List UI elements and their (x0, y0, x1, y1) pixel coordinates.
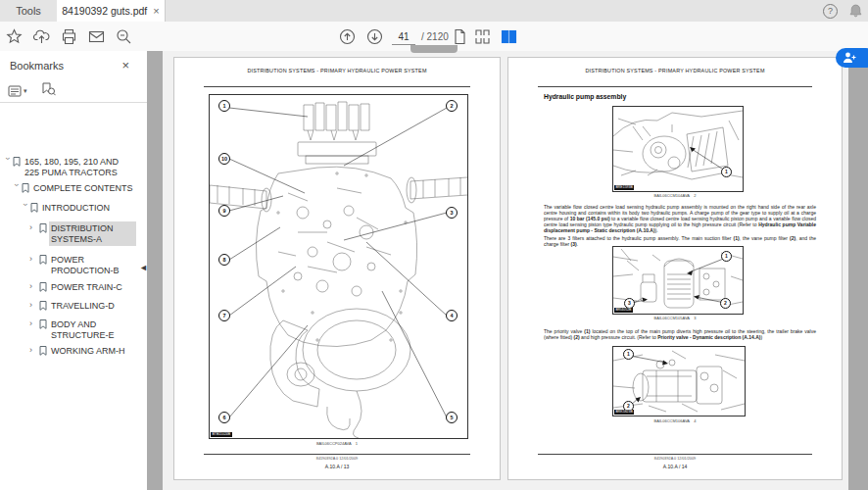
chevron-right-icon[interactable]: › (29, 254, 39, 265)
panel-divider (0, 102, 147, 103)
section-heading: Hydraulic pump assembly (544, 93, 626, 100)
axle-assembly-figure: 1 2 3 4 5 6 7 8 9 10 BTB11024B (209, 94, 468, 439)
find-current-bookmark-icon[interactable] (41, 82, 56, 100)
bookmark-options-icon[interactable]: ▾ (8, 85, 27, 97)
footer-doc-ref: 84190392A 0 12/01/2009 (508, 457, 842, 461)
bookmark-item-distribution-systems[interactable]: › DISTRIBUTION SYSTEMS-A (0, 223, 134, 244)
collapse-panel-icon[interactable]: ◄ (139, 263, 148, 272)
paragraph-pump-description: The variable flow closed centre load sen… (544, 205, 816, 234)
share-button[interactable] (836, 48, 868, 68)
bookmark-item-label: BODY AND STRUCTURE-E (51, 319, 134, 340)
chevron-right-icon[interactable]: › (29, 318, 39, 329)
scrolling-view-icon[interactable] (474, 28, 491, 45)
single-page-view-icon[interactable] (452, 28, 468, 45)
bookmark-icon (39, 301, 47, 311)
bookmark-item-complete-contents[interactable]: › COMPLETE CONTENTS (0, 183, 134, 194)
chevron-right-icon[interactable]: › (29, 345, 39, 356)
text: and high pressure circuit. (Refer to (580, 334, 657, 340)
figure-id-label: BRI4052B (614, 308, 633, 313)
bookmark-icon (39, 282, 47, 292)
callout-2: 2 (720, 298, 731, 309)
chevron-down-icon[interactable]: › (12, 183, 23, 193)
page-header: DISTRIBUTION SYSTEMS - PRIMARY HYDRAULIC… (174, 68, 500, 74)
header-rule (204, 86, 470, 87)
tab-bar: Tools 84190392 guts.pdf × ? (0, 0, 868, 23)
callout-7: 7 (218, 310, 230, 321)
bookmark-icon (30, 203, 38, 213)
text: , the vane pump filter (740, 235, 790, 241)
pdf-page-13: DISTRIBUTION SYSTEMS - PRIMARY HYDRAULIC… (173, 57, 501, 480)
bookmark-icon (39, 223, 47, 233)
bookmark-item-power-production[interactable]: › POWER PRODUCTION-B (0, 255, 134, 275)
figure-caption: BAIL06CCM104AVA 2 (508, 193, 842, 198)
vertical-scrollbar[interactable] (848, 51, 868, 490)
chevron-down-icon[interactable]: › (21, 203, 31, 213)
bookmark-item-travelling[interactable]: › TRAVELLING-D (0, 301, 134, 312)
print-icon[interactable] (61, 28, 77, 45)
callout-4: 4 (446, 310, 458, 321)
header-rule (538, 86, 812, 87)
callout-5: 5 (446, 412, 458, 423)
close-tab-icon[interactable]: × (153, 6, 159, 16)
bookmark-item-introduction[interactable]: › INTRODUCTION (0, 203, 134, 214)
callout-10: 10 (218, 153, 230, 165)
tab-document[interactable]: 84190392 guts.pdf × (57, 0, 166, 22)
save-to-cloud-icon[interactable] (33, 28, 50, 45)
footer-page-number: A.10.A / 13 (174, 464, 500, 469)
text: ). (655, 227, 658, 233)
bookmark-item-puma-tractors[interactable]: › 165, 180, 195, 210 AND 225 PUMA TRACTO… (0, 157, 134, 177)
chevron-right-icon[interactable]: › (29, 222, 39, 233)
callout-8: 8 (218, 254, 230, 266)
callout-1: 1 (218, 100, 230, 112)
page-count-label: / 2120 (421, 31, 449, 42)
bookmarks-panel-title: Bookmarks (10, 60, 64, 72)
tab-tools[interactable]: Tools (0, 0, 58, 22)
help-icon[interactable]: ? (823, 4, 838, 19)
tab-tools-label: Tools (16, 5, 41, 17)
bookmark-item-label: WORKING ARM-H (51, 346, 134, 357)
sidebar-resize-bar[interactable] (147, 51, 163, 490)
bookmark-item-power-train[interactable]: › POWER TRAIN-C (0, 282, 134, 293)
chevron-right-icon[interactable]: › (29, 300, 39, 311)
page-number-input[interactable] (392, 28, 415, 45)
footer-rule (204, 454, 470, 455)
bookmarks-panel: Bookmarks × ▾ › 165, 180, 195, 210 AND 2… (0, 51, 147, 490)
paragraph-priority-valve: The priority valve (1) located on the to… (544, 329, 816, 341)
figure-id-label: BRE1593B (614, 185, 634, 190)
figure-caption: BAIL06CCM105AVA 3 (508, 316, 842, 320)
toolbar-hide-handle[interactable] (410, 45, 458, 53)
bookmark-item-working-arm[interactable]: › WORKING ARM-H (0, 346, 134, 357)
tab-document-label: 84190392 guts.pdf (62, 5, 147, 17)
bookmark-icon (39, 255, 47, 265)
priority-valve-photo: 1 2 BRK5823B (612, 346, 746, 416)
chevron-right-icon[interactable]: › (29, 281, 39, 292)
bookmark-icon (13, 157, 21, 167)
bookmark-icon (39, 319, 47, 329)
previous-page-button[interactable] (339, 28, 356, 45)
add-person-icon (843, 51, 856, 65)
search-icon[interactable] (116, 28, 132, 45)
chevron-down-icon[interactable]: › (3, 157, 14, 167)
filters-photo: 1 2 3 BRI4052B (612, 246, 744, 315)
next-page-button[interactable] (366, 28, 383, 45)
bookmark-item-body-structure[interactable]: › BODY AND STRUCTURE-E (0, 319, 134, 340)
figure-id-label: BRK5823B (614, 410, 634, 415)
bell-icon[interactable] (849, 4, 862, 18)
bookmark-item-label: COMPLETE CONTENTS (33, 183, 134, 194)
page-header: DISTRIBUTION SYSTEMS - PRIMARY HYDRAULIC… (508, 68, 842, 74)
figure-caption: BAIL06CCM106AVA 4 (508, 418, 842, 423)
document-area: DISTRIBUTION SYSTEMS - PRIMARY HYDRAULIC… (163, 51, 868, 490)
bookmark-icon (39, 346, 47, 356)
two-page-view-icon[interactable] (501, 28, 517, 45)
bookmark-item-label: POWER TRAIN-C (51, 282, 134, 293)
footer-doc-ref: 84190392A 0 12/01/2009 (174, 457, 500, 461)
close-panel-icon[interactable]: × (121, 58, 129, 73)
callout-2: 2 (446, 100, 458, 112)
footer-page-number: A.10.A / 14 (508, 464, 842, 469)
text: ) (761, 334, 763, 340)
callout-1: 1 (721, 251, 732, 262)
bookmark-icon (22, 183, 29, 193)
bookmark-item-label: DISTRIBUTION SYSTEMS-A (51, 223, 134, 244)
email-icon[interactable] (88, 28, 105, 45)
bookmark-star-icon[interactable] (6, 28, 23, 45)
